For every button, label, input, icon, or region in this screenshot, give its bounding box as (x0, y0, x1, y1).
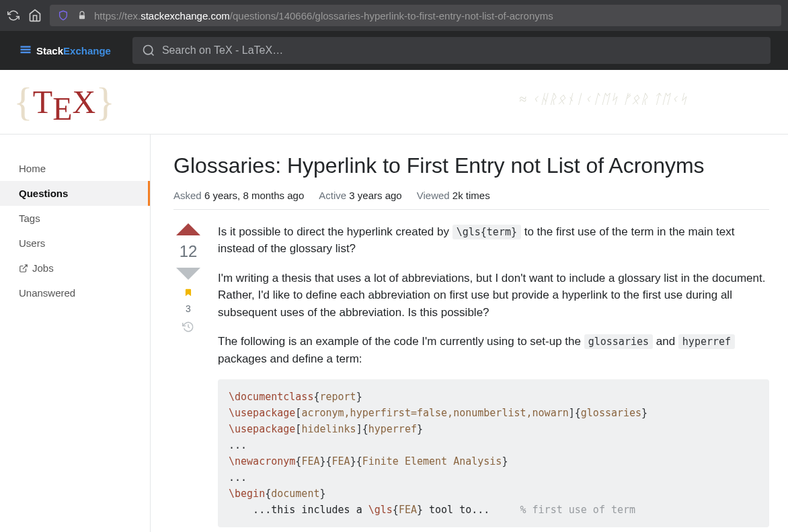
search-placeholder: Search on TeX - LaTeX… (162, 44, 283, 56)
nav-jobs[interactable]: Jobs (0, 256, 150, 280)
downvote-button[interactable] (176, 268, 200, 280)
upvote-button[interactable] (176, 223, 200, 235)
code-block: \documentclass{report} \usepackage[acron… (218, 379, 769, 527)
question-title: Glossaries: Hyperlink to First Entry not… (173, 152, 769, 180)
post-body: Is it possible to direct the hyperlink c… (218, 223, 769, 528)
history-icon[interactable] (182, 321, 194, 336)
url-text: https://tex.stackexchange.com/questions/… (94, 10, 553, 22)
shield-icon (56, 9, 70, 22)
nav-questions[interactable]: Questions (0, 181, 150, 206)
banner-decoration: ≈ ᚲᚺᚱᛟᚾᛁᚲᛚᛖᛋ ᚠᛟᚱ ᛏᛖᚲᛋ (519, 91, 788, 107)
se-icon (19, 44, 32, 57)
inline-code: \gls{term} (452, 225, 521, 239)
nav-unanswered[interactable]: Unanswered (0, 280, 150, 305)
lock-icon (75, 9, 89, 22)
nav-home[interactable]: Home (0, 156, 150, 181)
inline-code: glossaries (584, 334, 653, 349)
search-icon (142, 44, 155, 57)
svg-rect-0 (79, 15, 85, 19)
stackexchange-logo[interactable]: StackExchange (11, 44, 119, 57)
nav-users[interactable]: Users (0, 231, 150, 256)
vote-column: 12 3 (173, 223, 203, 528)
question-meta: Asked 6 years, 8 months ago Active 3 yea… (173, 190, 769, 210)
topbar: StackExchange Search on TeX - LaTeX… (0, 31, 788, 70)
url-bar[interactable]: https://tex.stackexchange.com/questions/… (50, 5, 781, 26)
browser-chrome: https://tex.stackexchange.com/questions/… (0, 0, 788, 31)
svg-rect-3 (21, 52, 31, 54)
svg-rect-1 (21, 46, 31, 48)
left-nav: Home Questions Tags Users Jobs Unanswere… (0, 135, 151, 532)
reload-icon[interactable] (7, 9, 20, 22)
nav-tags[interactable]: Tags (0, 206, 150, 231)
search-input[interactable]: Search on TeX - LaTeX… (132, 37, 771, 64)
external-link-icon (19, 264, 28, 273)
site-banner: { TEX } ≈ ᚲᚺᚱᛟᚾᛁᚲᛚᛖᛋ ᚠᛟᚱ ᛏᛖᚲᛋ (0, 70, 788, 135)
content: Glossaries: Hyperlink to First Entry not… (151, 135, 788, 532)
svg-rect-2 (21, 49, 31, 51)
bookmark-count: 3 (186, 303, 191, 314)
svg-line-5 (151, 53, 154, 56)
vote-count: 12 (180, 242, 198, 261)
home-icon[interactable] (28, 9, 42, 22)
inline-code: hyperref (678, 334, 735, 349)
svg-point-4 (143, 46, 152, 54)
bookmark-icon[interactable] (184, 287, 193, 301)
tex-logo[interactable]: { TEX } (13, 79, 115, 125)
